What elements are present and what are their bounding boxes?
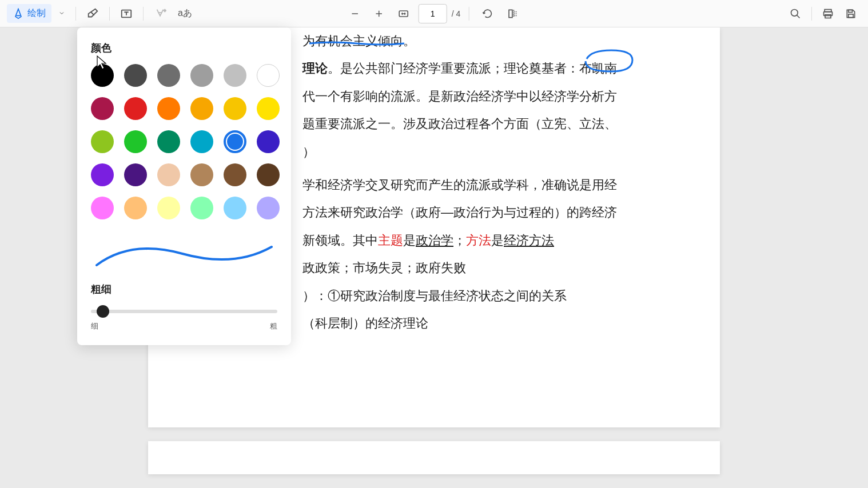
divider: [811, 7, 812, 21]
page-total: / 4: [452, 9, 461, 18]
doc-text: 题重要流派之一。涉及政治过程各个方面（立宪、立法、: [302, 110, 686, 138]
save-button[interactable]: [841, 3, 861, 24]
toolbar-center: / 4: [345, 3, 523, 24]
color-swatch[interactable]: [257, 64, 280, 87]
toolbar: 绘制 aあ / 4: [0, 0, 868, 27]
doc-text: 代一个有影响的流派。是新政治经济学中以经济学分析方: [302, 83, 686, 110]
annotation-circle: [580, 49, 637, 74]
color-swatch[interactable]: [224, 64, 246, 87]
color-swatch[interactable]: [91, 130, 114, 153]
thickness-slider-wrap: 细 粗: [91, 305, 277, 331]
draw-settings-popup: 颜色 粗细 细 粗: [77, 27, 291, 345]
color-swatch[interactable]: [190, 197, 213, 219]
divider: [143, 7, 144, 21]
print-icon: [822, 8, 834, 19]
highlight-text-button: [149, 3, 171, 25]
divider: [109, 7, 110, 21]
thick-label: 粗: [270, 321, 277, 331]
textbox-button[interactable]: [116, 3, 137, 25]
color-section-label: 颜色: [91, 41, 277, 55]
eraser-button[interactable]: [82, 3, 103, 25]
rotate-icon: [481, 8, 493, 19]
annotation-underline: [308, 40, 405, 48]
thin-label: 细: [91, 321, 98, 331]
color-swatch[interactable]: [157, 197, 180, 219]
draw-dropdown-button[interactable]: [54, 5, 70, 22]
color-swatch[interactable]: [91, 197, 114, 219]
page-2: [148, 441, 720, 474]
zoom-in-button[interactable]: [369, 4, 389, 23]
color-swatch[interactable]: [224, 163, 246, 186]
color-swatch[interactable]: [190, 163, 213, 186]
rotate-button[interactable]: [477, 3, 497, 24]
slider-track-line: [91, 310, 277, 313]
color-swatch[interactable]: [124, 64, 147, 87]
zoom-out-button[interactable]: [345, 4, 365, 23]
textbox-icon: [120, 7, 133, 20]
stroke-preview: [91, 237, 277, 271]
color-swatch[interactable]: [224, 97, 246, 120]
fit-width-button[interactable]: [393, 3, 414, 24]
save-icon: [845, 8, 857, 19]
fit-width-icon: [398, 8, 409, 19]
color-swatch[interactable]: [124, 163, 147, 186]
color-swatch[interactable]: [157, 163, 180, 186]
color-swatch[interactable]: [257, 130, 280, 153]
toolbar-right: [785, 3, 861, 24]
thickness-section-label: 粗细: [91, 282, 277, 296]
page-number-input[interactable]: [419, 4, 447, 23]
color-swatch[interactable]: [91, 64, 114, 87]
color-swatch[interactable]: [257, 197, 280, 219]
color-swatch[interactable]: [124, 197, 147, 219]
print-button[interactable]: [818, 3, 838, 24]
translate-button[interactable]: aあ: [173, 3, 197, 24]
plus-icon: [374, 9, 384, 19]
color-swatch[interactable]: [190, 64, 213, 87]
thickness-slider[interactable]: [91, 305, 277, 318]
doc-text: 政政策；市场失灵；政府失败: [302, 254, 686, 282]
color-swatch[interactable]: [124, 130, 147, 153]
search-icon: [790, 8, 801, 19]
svg-rect-2: [509, 10, 512, 17]
draw-tool-label: 绘制: [27, 7, 46, 19]
text-highlight-icon: [154, 7, 166, 20]
slider-labels: 细 粗: [91, 321, 277, 331]
color-swatch[interactable]: [91, 97, 114, 120]
color-swatch[interactable]: [91, 163, 114, 186]
doc-text: ）：①研究政治制度与最佳经济状态之间的关系: [302, 282, 686, 310]
doc-text: 新领域。其中主题是政治学；方法是经济方法: [302, 227, 686, 254]
color-swatch[interactable]: [157, 97, 180, 120]
color-swatch[interactable]: [124, 97, 147, 120]
svg-rect-7: [849, 10, 853, 12]
divider: [75, 7, 76, 21]
color-swatch[interactable]: [157, 64, 180, 87]
svg-point-3: [791, 9, 798, 16]
pen-icon: [13, 8, 24, 19]
minus-icon: [350, 9, 360, 19]
doc-text: 方法来研究政治学（政府—政治行为与过程的）的跨经济: [302, 199, 686, 226]
color-swatch[interactable]: [157, 130, 180, 153]
color-swatch[interactable]: [257, 97, 280, 120]
chevron-down-icon: [58, 10, 65, 17]
color-swatch[interactable]: [190, 130, 213, 153]
page-view-icon: [507, 8, 518, 19]
eraser-icon: [86, 7, 99, 20]
slider-thumb[interactable]: [97, 305, 109, 318]
draw-tool-button[interactable]: 绘制: [7, 4, 51, 23]
color-swatch[interactable]: [257, 163, 280, 186]
search-button[interactable]: [785, 3, 806, 24]
color-grid: [91, 64, 277, 219]
svg-rect-8: [849, 14, 853, 17]
color-swatch[interactable]: [190, 97, 213, 120]
divider: [468, 7, 469, 21]
page-view-button[interactable]: [502, 3, 523, 24]
doc-text: 学和经济学交叉研究而产生的流派或学科，准确说是用经: [302, 171, 686, 199]
color-swatch[interactable]: [224, 197, 246, 219]
doc-text: ）: [302, 138, 686, 166]
doc-text: （科层制）的经济理论: [302, 310, 686, 337]
color-swatch[interactable]: [224, 130, 246, 153]
